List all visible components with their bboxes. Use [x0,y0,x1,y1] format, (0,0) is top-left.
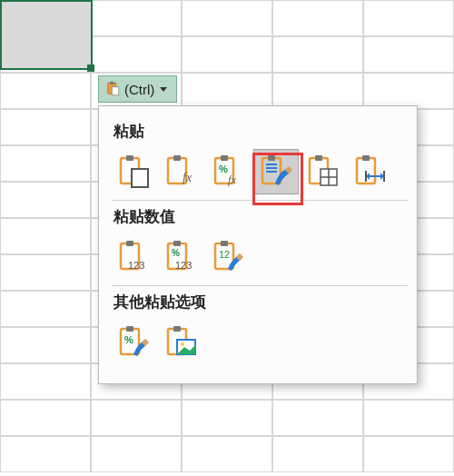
paste-values-number-formatting-button[interactable]: % 123 [159,234,204,280]
svg-rect-41 [126,326,133,332]
paste-no-borders-button[interactable] [301,149,346,194]
svg-rect-10 [221,155,228,161]
section-other-title: 其他粘贴选项 [114,292,408,312]
paste-values-source-formatting-button[interactable]: 12 [206,234,252,280]
paste-formulas-button[interactable]: fx [159,149,204,194]
svg-text:%: % [172,248,180,258]
svg-text:fx: fx [183,171,192,184]
paste-options-panel: 粘贴 fx % fx [98,105,418,384]
clipboard-picture-icon [164,325,199,360]
svg-text:123: 123 [175,260,192,271]
clipboard-percent-123-icon: % 123 [164,240,199,274]
clipboard-brush-icon [259,154,293,189]
svg-rect-20 [315,155,322,161]
other-row: % [112,320,408,365]
paste-values-button[interactable]: 123 [112,234,157,280]
clipboard-12-brush-icon: 12 [212,240,246,274]
svg-rect-4 [126,155,133,161]
section-values-title: 粘贴数值 [114,206,408,227]
ctrl-label: (Ctrl) [124,82,154,97]
divider [112,285,408,286]
clipboard-paste-icon [104,81,121,97]
clipboard-123-icon: 123 [117,240,152,274]
svg-text:%: % [219,164,228,174]
svg-rect-30 [126,241,133,246]
svg-rect-25 [362,155,370,161]
clipboard-fx-icon: fx [164,154,199,189]
paste-normal-button[interactable] [112,149,157,194]
clipboard-width-icon [353,154,388,189]
paste-keep-source-formatting-button[interactable] [253,149,299,194]
selected-cell-range[interactable] [0,0,93,70]
chevron-down-icon [160,87,167,92]
svg-rect-37 [221,241,228,246]
svg-text:12: 12 [219,249,230,260]
section-paste-title: 粘贴 [114,121,408,142]
svg-rect-7 [173,155,181,161]
svg-text:%: % [124,334,133,345]
clipboard-percent-brush-icon: % [117,325,152,360]
svg-point-47 [181,342,184,346]
clipboard-percent-fx-icon: % fx [212,154,246,189]
svg-rect-33 [173,241,181,246]
paste-formulas-number-formatting-button[interactable]: % fx [206,149,252,194]
svg-rect-2 [112,87,119,95]
paste-as-picture-button[interactable] [159,320,204,365]
svg-rect-5 [132,169,148,187]
svg-rect-45 [173,326,181,332]
svg-rect-14 [268,155,275,161]
paste-keep-source-column-widths-button[interactable] [348,149,393,194]
clipboard-icon [117,154,152,189]
paste-formatting-button[interactable]: % [112,320,157,365]
svg-rect-1 [110,82,114,84]
paste-options-ctrl-button[interactable]: (Ctrl) [98,75,177,103]
divider [112,200,408,201]
svg-text:123: 123 [128,260,144,271]
paste-row: fx % fx [112,149,408,194]
values-row: 123 % 123 12 [112,234,408,280]
svg-text:fx: fx [228,173,237,186]
fill-handle[interactable] [87,64,94,72]
clipboard-grid-icon [306,154,340,189]
